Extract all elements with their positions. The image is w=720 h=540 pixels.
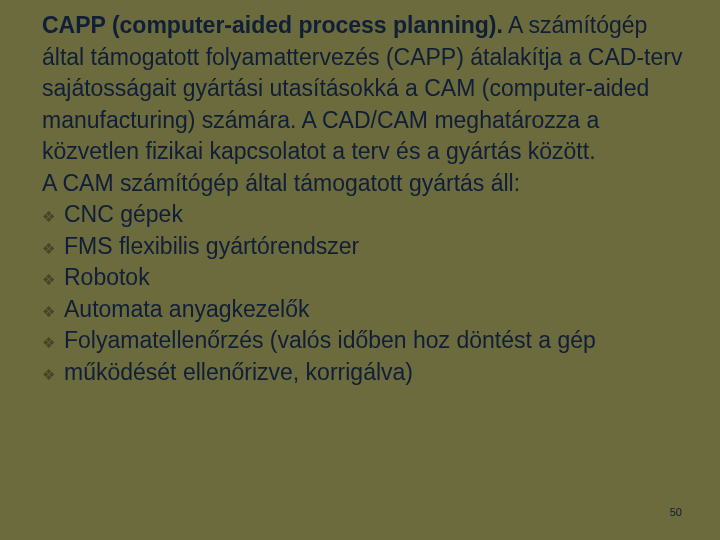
bullet-list: CNC gépek FMS flexibilis gyártórendszer … (42, 199, 690, 388)
slide-body: CAPP (computer-aided process planning). … (42, 10, 690, 388)
list-item: CNC gépek (42, 199, 690, 231)
paragraph-1: CAPP (computer-aided process planning). … (42, 10, 690, 168)
slide: CAPP (computer-aided process planning). … (0, 0, 720, 540)
list-item: Folyamatellenőrzés (valós időben hoz dön… (42, 325, 690, 357)
page-number: 50 (670, 506, 682, 518)
list-item: FMS flexibilis gyártórendszer (42, 231, 690, 263)
list-item: Automata anyagkezelők (42, 294, 690, 326)
paragraph-2: A CAM számítógép által támogatott gyártá… (42, 168, 690, 200)
term-capp: CAPP (computer-aided process planning). (42, 12, 503, 38)
list-item: működését ellenőrizve, korrigálva) (42, 357, 690, 389)
list-item: Robotok (42, 262, 690, 294)
